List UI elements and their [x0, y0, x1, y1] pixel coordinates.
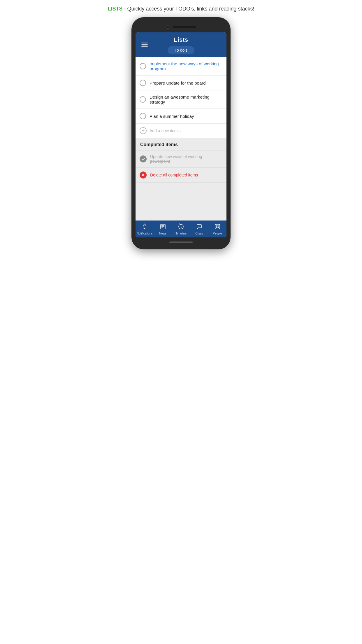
hamburger-button[interactable]	[140, 41, 149, 48]
completed-text-1: Update new ways of working powerpoint	[150, 154, 222, 164]
delete-label: Delete all completed items	[150, 173, 198, 177]
phone-bottom-bar	[136, 242, 226, 243]
phone-home-bar	[169, 242, 193, 243]
nav-chats[interactable]: Chats	[190, 223, 208, 235]
todo-radio-1[interactable]	[140, 63, 146, 69]
svg-rect-2	[161, 224, 165, 229]
people-icon	[214, 223, 221, 231]
todo-radio-4[interactable]	[140, 113, 146, 119]
todo-text-2: Prepare update for the board	[150, 80, 206, 85]
nav-people-label: People	[213, 232, 222, 235]
svg-point-8	[199, 226, 199, 227]
nav-people[interactable]: People	[208, 223, 226, 235]
todo-item-4[interactable]: Plan a summer holiday	[136, 109, 226, 124]
nav-chats-label: Chats	[195, 232, 203, 235]
empty-space	[136, 183, 226, 220]
svg-point-9	[200, 226, 200, 227]
nav-notifications-label: Notifications	[137, 232, 152, 235]
nav-timeline-label: Timeline	[175, 232, 186, 235]
phone-speaker	[173, 26, 196, 28]
svg-point-7	[198, 226, 198, 227]
todo-item-2[interactable]: Prepare update for the board	[136, 76, 226, 90]
nav-timeline[interactable]: Timeline	[172, 223, 190, 235]
phone-camera	[166, 25, 169, 29]
todo-list: Implement the new ways of working progra…	[136, 57, 226, 138]
todo-item-3[interactable]: Design an awesome marketing strategy	[136, 90, 226, 109]
news-icon	[160, 223, 166, 231]
svg-rect-0	[144, 228, 145, 229]
header-title: Lists	[174, 36, 188, 43]
phone-shell: Lists To do's Implement the new ways of …	[131, 17, 231, 249]
svg-point-11	[217, 225, 218, 227]
todo-radio-2[interactable]	[140, 80, 146, 86]
svg-point-1	[144, 224, 145, 224]
todo-text-1: Implement the new ways of working progra…	[150, 61, 222, 71]
todo-item-1[interactable]: Implement the new ways of working progra…	[136, 57, 226, 76]
phone-top-bar	[136, 25, 226, 29]
nav-news[interactable]: News	[154, 223, 172, 235]
completed-check-1	[140, 155, 147, 162]
header-row: Lists	[140, 36, 222, 43]
app-header: Lists To do's	[136, 32, 226, 57]
brand-name: LISTS	[108, 6, 123, 12]
notifications-icon	[141, 223, 148, 231]
chats-icon	[196, 223, 202, 231]
nav-notifications[interactable]: Notifications	[136, 223, 154, 235]
timeline-icon	[178, 223, 184, 231]
add-item-row[interactable]: + Add a new item...	[136, 124, 226, 138]
todo-radio-3[interactable]	[140, 96, 146, 103]
add-placeholder: Add a new item...	[150, 128, 181, 133]
phone-screen: Lists To do's Implement the new ways of …	[136, 32, 226, 237]
nav-news-label: News	[159, 232, 166, 235]
add-icon: +	[140, 127, 147, 134]
bottom-nav: Notifications News	[136, 220, 226, 237]
completed-item-1[interactable]: Update new ways of working powerpoint	[136, 150, 226, 168]
delete-icon: ✕	[140, 172, 147, 178]
tab-todos[interactable]: To do's	[168, 46, 194, 54]
completed-section: Completed items Update new ways of worki…	[136, 138, 226, 220]
completed-header: Completed items	[136, 138, 226, 150]
todo-text-4: Plan a summer holiday	[150, 114, 194, 119]
page-tagline: LISTS - Quickly access your TODO's, link…	[105, 6, 257, 12]
delete-completed-row[interactable]: ✕ Delete all completed items	[136, 168, 226, 183]
tagline-text: - Quickly access your TODO's, links and …	[123, 6, 254, 12]
todo-text-3: Design an awesome marketing strategy	[150, 94, 222, 104]
